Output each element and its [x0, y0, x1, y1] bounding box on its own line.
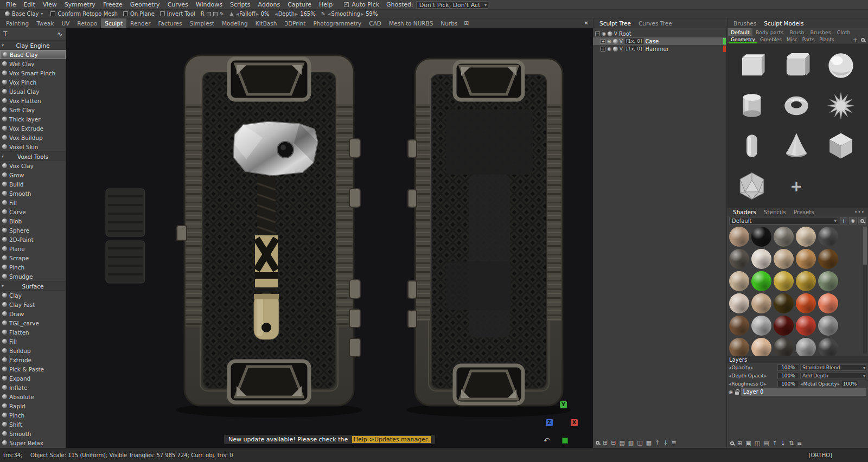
opacity-label[interactable]: Opacity	[729, 365, 776, 370]
tool-sphere[interactable]: Sphere	[0, 226, 66, 235]
tab-stencils[interactable]: Stencils	[760, 209, 790, 215]
add-icon[interactable]: ⊞	[737, 440, 742, 447]
shader-swatch-20[interactable]	[729, 316, 749, 336]
shader-swatch-6[interactable]	[751, 249, 771, 269]
model-spiky-ball[interactable]	[819, 86, 863, 125]
tool-base-clay[interactable]: Base Clay	[0, 50, 66, 59]
category-parts[interactable]: Parts	[800, 37, 816, 43]
tool-clay-fast[interactable]: Clay Fast	[0, 300, 66, 309]
shader-swatch-18[interactable]	[796, 293, 816, 313]
tool-inflate[interactable]: Inflate	[0, 383, 66, 392]
menu-curves[interactable]: Curves	[164, 1, 192, 8]
roughness-label[interactable]: Roughness O	[729, 381, 776, 387]
search-icon[interactable]	[596, 441, 599, 445]
tab-uv[interactable]: UV	[58, 18, 73, 28]
tool-fill[interactable]: Fill	[0, 337, 66, 346]
tool-vox-pinch[interactable]: Vox Pinch	[0, 78, 66, 87]
tree-row-hammer[interactable]: +◉V[1x, 0]Hammer	[593, 45, 726, 53]
tab-tweak[interactable]: Tweak	[33, 18, 58, 28]
tool-vox-clay[interactable]: Vox Clay	[0, 161, 66, 170]
shader-swatch-10[interactable]	[729, 271, 749, 291]
tool-scrape[interactable]: Scrape	[0, 253, 66, 262]
menu-icon[interactable]: ≡	[797, 440, 802, 447]
case-right[interactable]	[406, 59, 571, 417]
tool-build[interactable]: Build	[0, 179, 66, 189]
menu-scripts[interactable]: Scripts	[226, 1, 254, 8]
tab-painting[interactable]: Painting	[2, 18, 33, 28]
tool-expand[interactable]: Expand	[0, 374, 66, 383]
tool-smooth[interactable]: Smooth	[0, 189, 66, 198]
shader-swatch-16[interactable]	[751, 293, 771, 313]
import-icon[interactable]: ◫	[755, 440, 760, 447]
shader-swatch-19[interactable]	[818, 293, 838, 313]
stroke-mode-icon[interactable]: ∿	[57, 30, 62, 38]
subtab-body-parts[interactable]: Body parts	[753, 28, 786, 36]
shader-swatch-15[interactable]	[729, 293, 749, 313]
tool-pinch[interactable]: Pinch	[0, 262, 66, 272]
tool-plane[interactable]: Plane	[0, 244, 66, 253]
tab-brushes[interactable]: Brushes	[730, 20, 760, 27]
tool-tgl-carve[interactable]: TGL_carve	[0, 318, 66, 328]
tool-vox-buildup[interactable]: Vox Buildup	[0, 133, 66, 142]
tool-pick-paste[interactable]: Pick & Paste	[0, 364, 66, 374]
model-hex-prism[interactable]	[819, 126, 863, 165]
tool-buildup[interactable]: Buildup	[0, 346, 66, 355]
tool-vox-extrude[interactable]: Vox Extrude	[0, 124, 66, 133]
tool-blob[interactable]: Blob	[0, 216, 66, 226]
search-icon[interactable]	[861, 38, 865, 42]
merge-icon[interactable]: ▥	[628, 439, 634, 446]
depth-opacity-label[interactable]: Depth Opacit	[729, 373, 776, 378]
shader-swatch-9[interactable]	[818, 249, 838, 269]
shader-swatch-22[interactable]	[774, 316, 794, 336]
sync-icon[interactable]: ⇅	[789, 440, 794, 447]
shader-swatch-5[interactable]	[729, 249, 749, 269]
shader-swatch-24[interactable]	[818, 316, 838, 336]
visibility-icon[interactable]: ◉	[607, 39, 611, 44]
tree-row-root[interactable]: −◉VRoot	[593, 30, 726, 37]
shader-swatch-7[interactable]	[774, 249, 794, 269]
auto-pick-checkbox[interactable]	[344, 2, 349, 7]
search-icon[interactable]	[730, 441, 734, 445]
remove-volume-icon[interactable]: ⊟	[611, 439, 616, 446]
tab-overflow-icon[interactable]: ⊞	[464, 20, 469, 27]
tool-clay[interactable]: Clay	[0, 291, 66, 300]
falloff-value[interactable]: 0%	[261, 11, 270, 17]
on-plane-toggle[interactable]: On Plane	[123, 11, 155, 17]
add-shader-button[interactable]: +	[840, 217, 847, 224]
shader-swatch-13[interactable]	[796, 271, 816, 291]
tab-photogrammetry[interactable]: Photogrammetry	[309, 18, 365, 28]
on-plane-checkbox[interactable]	[123, 11, 128, 16]
depth-opacity-value[interactable]: 100%	[777, 373, 799, 379]
layer-name[interactable]: Layer 0	[741, 388, 866, 396]
invert-tool-toggle[interactable]: Invert Tool	[160, 11, 195, 17]
depth-label[interactable]: Depth	[275, 11, 298, 17]
tab-sculpt[interactable]: Sculpt	[101, 18, 126, 28]
shader-swatch-12[interactable]	[774, 271, 794, 291]
move-up-icon[interactable]: ↑	[772, 440, 777, 447]
subtab-brushes[interactable]: Brushes	[808, 28, 834, 36]
tab-kitbash[interactable]: KitBash	[252, 18, 281, 28]
updates-manager-link[interactable]: Help->Updates manager.	[352, 436, 431, 443]
tool-thick-layer[interactable]: Thick layer	[0, 114, 66, 124]
pen-icon[interactable]: ✎	[220, 11, 224, 17]
shader-swatch-3[interactable]	[796, 227, 816, 247]
tool-absolute[interactable]: Absolute	[0, 392, 66, 401]
move-down-icon[interactable]: ↓	[781, 440, 786, 447]
add-volume-icon[interactable]: ⊞	[603, 439, 608, 446]
menu-windows[interactable]: Windows	[192, 1, 226, 8]
model-icosahedron[interactable]	[730, 166, 774, 206]
tool-rapid[interactable]: Rapid	[0, 401, 66, 410]
tab-sculpt-tree[interactable]: Sculpt Tree	[596, 20, 635, 27]
move-down-icon[interactable]: ↓	[663, 439, 668, 446]
shader-swatch-2[interactable]	[774, 227, 794, 247]
tool-smooth[interactable]: Smooth	[0, 429, 66, 438]
layer-visibility-icon[interactable]: ◉	[729, 389, 733, 395]
menu-symmetry[interactable]: Symmetry	[61, 1, 99, 8]
tab-nurbs[interactable]: Nurbs	[437, 18, 461, 28]
tab-factures[interactable]: Factures	[154, 18, 186, 28]
expander-icon[interactable]: +	[601, 39, 605, 44]
shader-swatch-21[interactable]	[751, 316, 771, 336]
menu-file[interactable]: File	[2, 1, 20, 8]
tool-carve[interactable]: Carve	[0, 207, 66, 216]
tab-modeling[interactable]: Modeling	[218, 18, 252, 28]
